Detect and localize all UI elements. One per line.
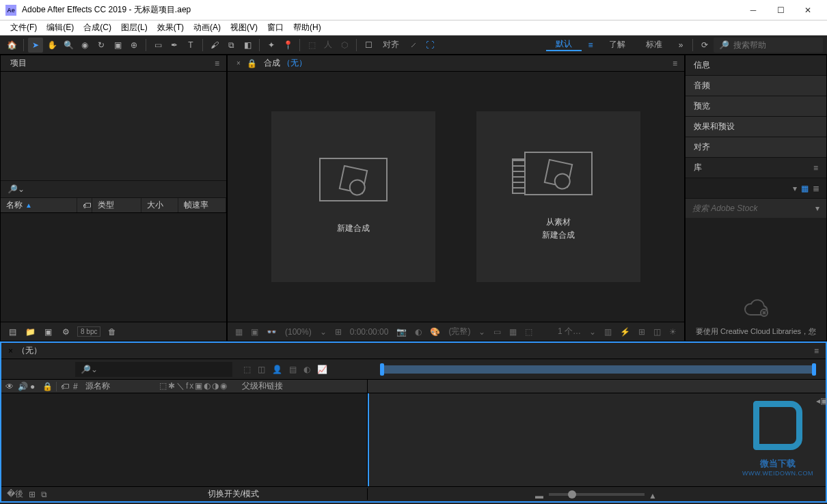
snap-to-icon[interactable]: ⟋ <box>406 38 421 53</box>
comp-mini-flowchart-icon[interactable]: ⬚ <box>243 365 251 374</box>
workspace-overflow-icon[interactable]: » <box>673 38 688 53</box>
close-tab-icon[interactable]: × <box>234 59 243 67</box>
solo-column-icon[interactable]: ● <box>30 382 40 391</box>
transparency-icon[interactable]: ▦ <box>507 327 519 337</box>
workspace-default[interactable]: 默认 <box>546 38 582 51</box>
zoom-tool-icon[interactable]: 🔍 <box>61 38 76 53</box>
new-folder-icon[interactable]: 📁 <box>24 326 36 338</box>
expand-props-icon[interactable]: �後 <box>7 488 23 500</box>
menu-view[interactable]: 视图(V) <box>226 20 262 35</box>
maximize-button[interactable]: ☐ <box>767 1 794 20</box>
roto-tool-icon[interactable]: ✦ <box>264 38 279 53</box>
parent-link-column[interactable]: 父级和链接 <box>242 380 310 392</box>
comp-tab-label[interactable]: 合成 （无） <box>261 57 310 69</box>
workspace-learn[interactable]: 了解 <box>599 39 635 51</box>
snap-edges-icon[interactable]: ⛶ <box>422 38 437 53</box>
show-channel-icon[interactable]: ◐ <box>413 327 424 337</box>
menu-help[interactable]: 帮助(H) <box>288 20 326 35</box>
local-axis-icon[interactable]: ⬚ <box>304 38 319 53</box>
fast-preview-icon[interactable]: ⚡ <box>618 327 632 337</box>
from-footage-card[interactable]: 从素材 新建合成 <box>476 111 640 282</box>
close-tab-icon[interactable]: × <box>8 346 13 356</box>
toggle-switches-label[interactable]: 切换开关/模式 <box>208 488 259 500</box>
project-search[interactable]: 🔎⌄ <box>1 180 226 198</box>
info-panel-header[interactable]: 信息 <box>686 55 826 76</box>
toggle-alpha-icon[interactable]: ▣ <box>249 327 260 337</box>
eraser-tool-icon[interactable]: ◧ <box>240 38 255 53</box>
hand-tool-icon[interactable]: ✋ <box>44 38 59 53</box>
trash-icon[interactable]: 🗑 <box>106 326 118 338</box>
menu-edit[interactable]: 编辑(E) <box>42 20 79 35</box>
workspace-menu-icon[interactable]: ≡ <box>583 38 598 53</box>
current-time[interactable]: 0:00:00:00 <box>348 327 391 337</box>
rect-tool-icon[interactable]: ▭ <box>150 38 165 53</box>
library-search[interactable]: 搜索 Adobe Stock ▾ <box>686 199 826 218</box>
puppet-tool-icon[interactable]: 📍 <box>280 38 295 53</box>
panel-menu-icon[interactable]: ≡ <box>673 59 677 68</box>
align-panel-header[interactable]: 对齐 <box>686 137 826 158</box>
sync-settings-icon[interactable]: ⟳ <box>697 38 712 53</box>
draft3d-icon[interactable]: ◫ <box>258 365 265 374</box>
timeline-layer-list[interactable] <box>1 393 368 486</box>
snapshot-icon[interactable]: 📷 <box>394 327 409 337</box>
panel-menu-icon[interactable]: ≡ <box>814 346 819 356</box>
menu-layer[interactable]: 图层(L) <box>116 20 152 35</box>
timeline-work-area[interactable] <box>380 365 816 374</box>
anchor-tool-icon[interactable]: ⊕ <box>126 38 141 53</box>
lock-icon[interactable]: 🔒 <box>247 59 257 68</box>
chevron-down-icon[interactable]: ▾ <box>815 204 819 213</box>
timeline-zoom-slider[interactable] <box>549 493 645 496</box>
project-settings-icon[interactable]: ⚙ <box>59 326 72 338</box>
timeline-icon[interactable]: ⊞ <box>636 327 647 337</box>
panel-menu-icon[interactable]: ≡ <box>813 163 818 173</box>
close-button[interactable]: ✕ <box>794 1 822 20</box>
new-comp-card[interactable]: 新建合成 <box>271 111 435 282</box>
label-column-icon[interactable]: 🏷 <box>61 382 70 391</box>
timeline-ruler[interactable] <box>368 380 826 393</box>
menu-composition[interactable]: 合成(C) <box>79 20 116 35</box>
grid-icon[interactable]: ▦ <box>233 327 245 337</box>
home-tool-icon[interactable]: 🏠 <box>4 38 19 53</box>
marker-bin-icon[interactable]: ◂▣ <box>816 396 826 406</box>
motion-blur-icon[interactable]: ◐ <box>303 365 310 374</box>
minimize-button[interactable]: ─ <box>740 1 767 20</box>
orbit-tool-icon[interactable]: ◉ <box>77 38 92 53</box>
menu-effect[interactable]: 效果(T) <box>152 20 189 35</box>
3d-view-icon[interactable]: 👓 <box>265 327 279 337</box>
timeline-tab[interactable]: （无） <box>17 345 42 356</box>
zoom-in-icon[interactable]: ▲ <box>649 491 658 498</box>
menu-animation[interactable]: 动画(A) <box>189 20 226 35</box>
frame-blend-icon[interactable]: ▤ <box>289 365 297 374</box>
col-name[interactable]: 名称▲ <box>1 198 77 212</box>
world-axis-icon[interactable]: 人 <box>321 38 336 53</box>
lib-list-view-icon[interactable]: ≣ <box>813 184 819 193</box>
col-framerate[interactable]: 帧速率 <box>178 198 226 212</box>
view-layout-icon[interactable]: ▥ <box>602 327 614 337</box>
preview-panel-header[interactable]: 预览 <box>686 96 826 117</box>
panel-menu-icon[interactable]: ≡ <box>215 59 219 68</box>
speaker-column-icon[interactable]: 🔊 <box>18 382 27 391</box>
resolution-icon[interactable]: ⊞ <box>333 327 344 337</box>
lib-dropdown-icon[interactable]: ▾ <box>793 184 797 193</box>
col-label-icon[interactable]: 🏷 <box>77 198 92 212</box>
toggle-switches-icon[interactable]: ⊞ <box>29 490 36 499</box>
index-column-icon[interactable]: # <box>73 382 83 391</box>
lib-grid-view-icon[interactable]: ▦ <box>801 184 809 193</box>
view-count[interactable]: 1 个… <box>556 326 583 337</box>
help-search[interactable]: 🔎 <box>714 38 823 53</box>
brush-tool-icon[interactable]: 🖌 <box>207 38 222 53</box>
col-size[interactable]: 大小 <box>141 198 178 212</box>
graph-editor-icon[interactable]: 📈 <box>317 365 327 374</box>
snap-checkbox-icon[interactable]: ☐ <box>361 38 376 53</box>
view-axis-icon[interactable]: ⬡ <box>337 38 352 53</box>
interpret-footage-icon[interactable]: ▤ <box>6 326 18 338</box>
bpc-toggle[interactable]: 8 bpc <box>77 326 100 337</box>
rotate-tool-icon[interactable]: ↻ <box>94 38 109 53</box>
project-tab[interactable]: 项目 <box>8 57 29 69</box>
workspace-standard[interactable]: 标准 <box>636 39 672 51</box>
text-tool-icon[interactable]: T <box>183 38 198 53</box>
zoom-out-icon[interactable]: ▬ <box>535 491 545 498</box>
roi-icon[interactable]: ▭ <box>491 327 503 337</box>
menu-file[interactable]: 文件(F) <box>5 20 42 35</box>
lock-column-icon[interactable]: 🔒 <box>42 382 52 391</box>
